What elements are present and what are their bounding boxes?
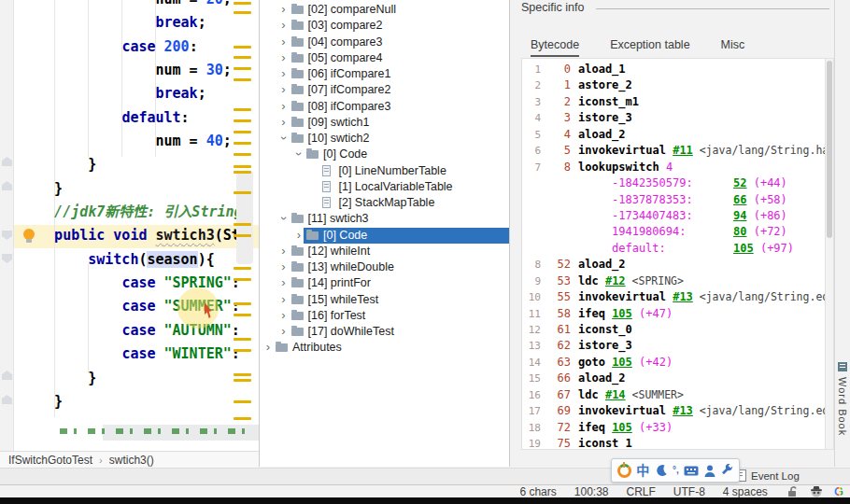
constant-pool-link[interactable]: #13 <box>673 289 693 305</box>
code-text-area[interactable]: num = 20; break; case 200: num = 30; bre… <box>21 0 239 413</box>
chevron-right-icon[interactable]: › <box>293 229 305 242</box>
tree-item[interactable]: ›[08] ifCompare3 <box>260 99 509 115</box>
chevron-right-icon[interactable]: › <box>262 341 274 354</box>
event-log-button[interactable]: Event Log <box>736 469 800 482</box>
code-editor[interactable]: num = 20; break; case 200: num = 30; bre… <box>0 0 259 451</box>
constant-pool-link[interactable]: 105 <box>612 420 632 436</box>
chevron-right-icon[interactable]: › <box>278 19 290 32</box>
tree-item[interactable]: ›[06] ifCompare1 <box>260 66 509 82</box>
code-line[interactable]: case "WINTER":br <box>21 343 239 366</box>
status-crlf[interactable]: CRLF <box>627 485 656 498</box>
chevron-right-icon[interactable]: › <box>278 245 290 258</box>
editor-scrollbar-thumb[interactable] <box>236 171 253 264</box>
code-line[interactable]: //jdk7新特性: 引入String类 <box>21 201 239 224</box>
code-line[interactable]: } <box>21 177 239 201</box>
tree-item[interactable]: ›[0] Code <box>260 228 509 244</box>
code-line[interactable]: num = 20; <box>21 0 239 11</box>
class-structure-tree[interactable]: ›[02] compareNull›[03] compare2›[04] com… <box>260 0 509 467</box>
tree-item[interactable]: ›[15] whileTest <box>260 292 509 308</box>
tab-exception-table[interactable]: Exception table <box>610 38 689 57</box>
tree-item[interactable]: ›[0] Code <box>260 147 509 162</box>
word-book-icon[interactable] <box>838 362 847 371</box>
status-100-38[interactable]: 100:38 <box>574 485 609 498</box>
code-line[interactable]: } <box>21 390 239 413</box>
code-line[interactable]: switch(season){ <box>21 248 239 272</box>
chevron-down-icon[interactable]: › <box>277 213 290 224</box>
branch-target-link[interactable]: 80 <box>733 224 746 240</box>
chevron-right-icon[interactable]: › <box>278 3 290 16</box>
chevron-right-icon[interactable]: › <box>278 309 290 322</box>
code-line[interactable]: break; <box>21 82 239 105</box>
code-line[interactable]: case 200: <box>21 35 239 59</box>
chevron-right-icon[interactable]: › <box>278 116 290 129</box>
code-line[interactable]: public void swtich3(Stri <box>21 224 239 247</box>
tree-item[interactable]: ›Attributes <box>260 340 509 356</box>
code-line[interactable]: } <box>21 153 239 176</box>
code-line[interactable]: num = 40; <box>21 130 239 153</box>
breadcrumb-class[interactable]: IfSwitchGotoTest <box>8 454 92 467</box>
status-4-spaces[interactable]: 4 spaces <box>723 485 768 498</box>
constant-pool-link[interactable]: #13 <box>673 403 693 419</box>
chevron-right-icon[interactable]: › <box>278 325 290 338</box>
tree-item[interactable]: [2] StackMapTable <box>260 195 509 211</box>
branch-target-link[interactable]: 66 <box>733 192 746 208</box>
chevron-right-icon[interactable]: › <box>278 293 290 306</box>
tree-item[interactable]: ›[13] whileDouble <box>260 259 509 275</box>
chevron-right-icon[interactable]: › <box>278 35 290 49</box>
branch-target-link[interactable]: 52 <box>733 175 746 191</box>
tree-item[interactable]: ›[10] swtich2 <box>260 131 509 147</box>
ime-power-icon[interactable] <box>617 464 631 478</box>
tree-item[interactable]: [0] LineNumberTable <box>260 163 509 179</box>
bytecode-scrollbar-thumb[interactable] <box>827 61 832 238</box>
unlock-icon[interactable] <box>787 485 799 497</box>
chevron-right-icon[interactable]: › <box>278 276 290 289</box>
tree-item[interactable]: ›[16] forTest <box>260 308 509 324</box>
chevron-right-icon[interactable]: › <box>278 83 290 96</box>
bytecode-scrollbar[interactable] <box>825 58 834 450</box>
spy-icon[interactable] <box>810 485 823 497</box>
tree-item[interactable]: ›[09] swtich1 <box>260 115 509 131</box>
user-icon[interactable] <box>704 465 715 477</box>
code-line[interactable]: } <box>21 367 239 390</box>
word-book-toolwindow-button[interactable]: Word Book <box>837 377 848 436</box>
tree-item[interactable]: ›[04] compare3 <box>260 35 509 50</box>
tree-item[interactable]: ›[02] compareNull <box>260 2 509 18</box>
tree-item[interactable]: ›[17] doWhileTest <box>260 324 509 340</box>
constant-pool-link[interactable]: #14 <box>605 387 626 403</box>
moon-icon[interactable] <box>655 464 668 477</box>
constant-pool-link[interactable]: #12 <box>605 273 626 289</box>
intention-bulb-icon[interactable] <box>23 229 35 240</box>
branch-target-link[interactable]: 94 <box>733 208 746 224</box>
tree-item[interactable]: ›[11] swtich3 <box>260 211 509 227</box>
constant-pool-link[interactable]: #11 <box>673 143 693 159</box>
chevron-right-icon[interactable]: › <box>278 260 290 273</box>
tab-misc[interactable]: Misc <box>721 38 745 57</box>
tree-item[interactable]: [1] LocalVariableTable <box>260 179 509 195</box>
status-utf-8[interactable]: UTF-8 <box>673 485 705 498</box>
code-line[interactable]: break; <box>21 11 239 35</box>
chevron-right-icon[interactable]: › <box>278 67 290 80</box>
code-line[interactable]: default: <box>21 106 239 130</box>
status-6-chars[interactable]: 6 chars <box>519 485 556 498</box>
tree-item[interactable]: ›[12] whileInt <box>260 244 509 259</box>
google-icon[interactable]: G <box>834 484 843 498</box>
chevron-down-icon[interactable]: › <box>277 133 290 144</box>
tree-item[interactable]: ›[03] compare2 <box>260 18 509 34</box>
chevron-down-icon[interactable]: › <box>292 148 305 160</box>
tree-item[interactable]: ›[05] compare4 <box>260 50 509 66</box>
tab-bytecode[interactable]: Bytecode <box>531 38 579 57</box>
wrench-icon[interactable] <box>720 464 733 477</box>
chevron-right-icon[interactable]: › <box>278 100 290 113</box>
chevron-right-icon[interactable]: › <box>278 51 290 64</box>
punctuation-icon[interactable]: °, <box>673 466 679 475</box>
editor-gutter[interactable] <box>0 0 14 451</box>
breadcrumb-method[interactable]: swtich3() <box>109 454 154 467</box>
code-line[interactable]: num = 30; <box>21 59 239 82</box>
branch-target-link[interactable]: 105 <box>733 241 754 257</box>
tree-item[interactable]: ›[07] ifCompare2 <box>260 82 509 98</box>
chinese-mode-icon[interactable]: 中 <box>636 464 649 477</box>
constant-pool-link[interactable]: 105 <box>612 306 632 322</box>
keyboard-icon[interactable] <box>684 466 699 476</box>
tree-item[interactable]: ›[14] printFor <box>260 275 509 291</box>
constant-pool-link[interactable]: 105 <box>612 355 632 371</box>
